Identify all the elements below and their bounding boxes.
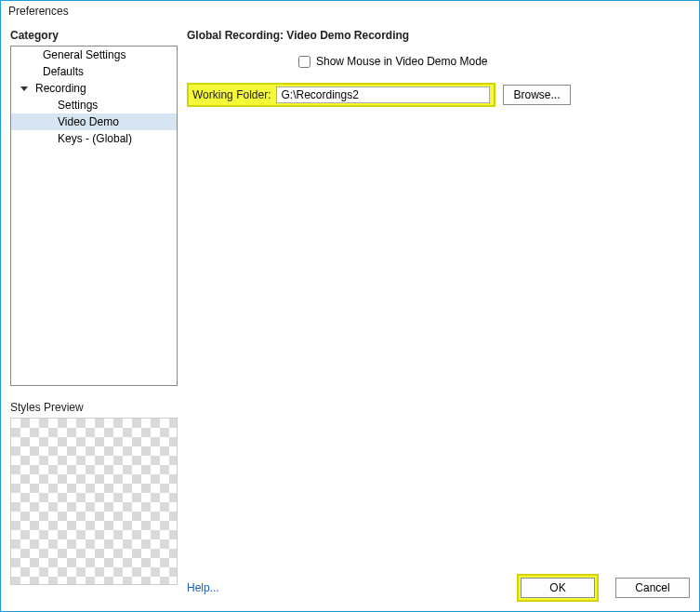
content-area: Category General Settings Defaults Recor…: [1, 23, 699, 611]
caret-down-icon[interactable]: [20, 86, 28, 91]
help-link[interactable]: Help...: [187, 581, 219, 594]
show-mouse-row: Show Mouse in Video Demo Mode: [298, 55, 690, 68]
tree-item-defaults[interactable]: Defaults: [11, 63, 177, 80]
tree-item-label: Settings: [58, 99, 98, 112]
right-pane: Global Recording: Video Demo Recording S…: [187, 27, 690, 602]
working-folder-label: Working Folder:: [192, 88, 271, 101]
window-title: Preferences: [1, 1, 699, 23]
cancel-button[interactable]: Cancel: [615, 578, 690, 598]
tree-item-general-settings[interactable]: General Settings: [11, 47, 177, 63]
tree-item-recording[interactable]: Recording: [11, 80, 177, 97]
help-link-label: Help...: [187, 581, 219, 594]
tree-item-label: Video Demo: [58, 115, 119, 128]
ok-button[interactable]: OK: [521, 578, 595, 598]
working-folder-highlight: Working Folder:: [187, 83, 495, 107]
tree-item-label: General Settings: [43, 48, 125, 61]
ok-button-label: OK: [549, 581, 565, 594]
browse-button[interactable]: Browse...: [503, 85, 570, 105]
preferences-window: Preferences Category General Settings De…: [0, 0, 700, 612]
tree-item-label: Defaults: [43, 65, 84, 78]
styles-preview-area: [10, 418, 178, 585]
left-pane: Category General Settings Defaults Recor…: [10, 27, 178, 602]
ok-highlight: OK: [517, 574, 599, 602]
footer: Help... OK Cancel: [187, 566, 690, 602]
browse-button-label: Browse...: [513, 88, 560, 101]
show-mouse-checkbox[interactable]: [298, 56, 310, 68]
working-folder-row: Working Folder: Browse...: [187, 83, 690, 107]
tree-item-settings[interactable]: Settings: [11, 97, 177, 113]
tree-item-keys-global[interactable]: Keys - (Global): [11, 130, 177, 147]
category-heading: Category: [10, 29, 178, 42]
section-title: Global Recording: Video Demo Recording: [187, 29, 690, 42]
category-tree[interactable]: General Settings Defaults Recording Sett…: [10, 46, 178, 386]
working-folder-input[interactable]: [276, 86, 490, 103]
tree-item-label: Recording: [35, 82, 86, 95]
show-mouse-label: Show Mouse in Video Demo Mode: [316, 55, 488, 68]
tree-item-video-demo[interactable]: Video Demo: [11, 113, 177, 130]
tree-item-label: Keys - (Global): [58, 132, 132, 145]
styles-preview-heading: Styles Preview: [10, 401, 178, 414]
footer-buttons: OK Cancel: [517, 574, 690, 602]
cancel-button-label: Cancel: [635, 581, 669, 594]
